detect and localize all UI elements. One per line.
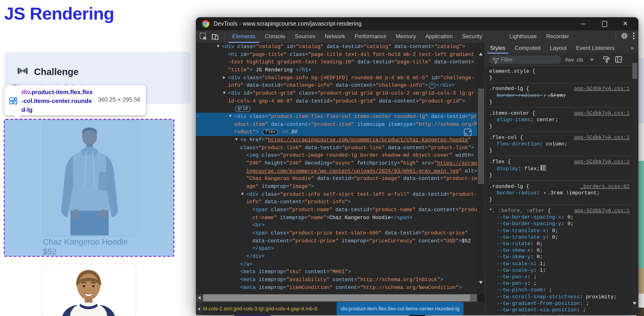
hidden-children-badge[interactable]: ⋯ xyxy=(429,83,435,88)
breadcrumb-scroll-left[interactable] xyxy=(196,302,202,315)
css-rule[interactable]: .items-center {app-5Cdbk7yA.css:1align-i… xyxy=(486,108,632,132)
flex-badge[interactable]: flex xyxy=(263,129,278,135)
sidebar-tab-layout[interactable]: Layout xyxy=(545,43,571,54)
css-property[interactable]: flex-direction: column; xyxy=(489,141,628,147)
code-line[interactable]: info" data-testid="challenge-info" data-… xyxy=(196,82,477,89)
css-rule[interactable]: .rounded-lg {_borders.scss:62border-radi… xyxy=(486,181,632,205)
code-line[interactable]: </span> xyxy=(196,245,477,253)
stylesheet-link[interactable]: app-5Cdbk7yA.css:1 xyxy=(574,207,630,214)
device-toolbar-icon[interactable] xyxy=(211,33,219,40)
scroll-down-arrow[interactable] xyxy=(479,284,483,292)
stylesheet-link[interactable]: app-5Cdbk7yA.css:1 xyxy=(574,110,630,116)
css-rule[interactable]: element.style {} xyxy=(486,66,632,83)
hover-state-toggle[interactable]: :hov xyxy=(564,54,574,66)
new-style-rule-button[interactable]: + xyxy=(590,54,594,66)
styles-scroll-down-arrow[interactable] xyxy=(633,305,636,313)
code-line[interactable]: ▼<div class="product-info self-start tex… xyxy=(196,190,477,198)
settings-gear-icon[interactable] xyxy=(621,32,628,41)
code-line[interactable]: </a> xyxy=(196,261,477,268)
css-rule[interactable]: .flex-col {app-5Cdbk7yA.css:1flex-direct… xyxy=(486,132,632,156)
code-line[interactable]: oduct-item" data-content="product-item" … xyxy=(196,120,477,128)
css-property[interactable]: --tw-scale-y: 1; xyxy=(489,267,628,274)
css-property[interactable]: --tw-gradient-to-position: ; xyxy=(489,313,628,315)
code-line[interactable]: grid xyxy=(196,105,477,113)
breadcrumb-selected[interactable]: div.product-item.flex.flex-col.items-cen… xyxy=(337,302,464,315)
css-property[interactable]: border-radius: .3rem !important; xyxy=(489,190,628,196)
scroll-up-arrow[interactable] xyxy=(479,45,483,53)
css-property[interactable]: --tw-scale-x: 1; xyxy=(489,260,628,267)
stylesheet-link[interactable]: _borders.scss:62 xyxy=(580,183,630,190)
collapse-arrow-icon[interactable]: ▼ xyxy=(217,43,222,50)
collapse-arrow-icon[interactable]: ▼ xyxy=(223,89,228,97)
css-property[interactable]: --tw-pinch-zoom: ; xyxy=(489,287,628,294)
devtools-tab-elements[interactable]: Elements xyxy=(228,30,260,43)
code-line[interactable]: "Chaz Kangeroo Hoodie" data-testid="prod… xyxy=(196,175,477,183)
stylesheet-link[interactable]: app-5Cdbk7yA.css:1 xyxy=(574,158,630,165)
devtools-tab-application[interactable]: Application xyxy=(421,30,457,43)
flex-editor-icon[interactable] xyxy=(541,165,546,171)
css-property[interactable]: --tw-rotate: 0; xyxy=(489,241,628,247)
inspect-element-icon[interactable] xyxy=(200,33,208,40)
code-line[interactable]: ▼<div class="catalog" id="catalog" data-… xyxy=(196,43,477,50)
devtools-tab-security[interactable]: Security xyxy=(458,30,487,43)
css-property[interactable]: --tw-skew-x: 0; xyxy=(489,247,628,254)
code-line[interactable]: <meta itemprop="availability" content="h… xyxy=(196,276,477,284)
code-line[interactable]: -text highlight gradient-text leading-10… xyxy=(196,58,477,66)
horizontal-scrollbar-thumb[interactable] xyxy=(203,295,470,301)
devtools-tab-lighthouse[interactable]: Lighthouse xyxy=(504,30,541,43)
code-line[interactable]: <br> xyxy=(196,222,477,229)
styles-scroll-up-arrow[interactable] xyxy=(633,55,636,64)
css-rule[interactable]: .rounded-lg {app-5Cdbk7yA.css:1border-ra… xyxy=(486,83,632,108)
sidebar-tab-computed[interactable]: Computed xyxy=(510,43,545,54)
product-card-chaz-kangeroo-hoodie[interactable]: Chaz Kangeroo Hoodie $52 xyxy=(4,119,174,256)
devtools-tab-memory[interactable]: Memory xyxy=(391,30,421,43)
code-line[interactable]: ▼⋯<div class="product-item flex flex-col… xyxy=(196,113,477,120)
code-line[interactable]: roduct"> flex == $0 xyxy=(196,128,477,136)
product-image-raglan-tee[interactable] xyxy=(42,264,136,316)
code-line[interactable]: ingcourse.com/ecommerce/wp-content/uploa… xyxy=(196,167,477,175)
collapse-arrow-icon[interactable]: ▼ xyxy=(241,190,246,198)
code-line[interactable]: <span class="product-name" data-testid="… xyxy=(196,206,477,214)
code-line[interactable]: <meta itemprop="sku" content="MH01"> xyxy=(196,268,477,276)
devtools-tab-console[interactable]: Console xyxy=(260,30,290,43)
scroll-left-arrow[interactable] xyxy=(196,294,203,302)
sidebar-more-tabs-icon[interactable]: » xyxy=(626,43,638,54)
code-line[interactable]: data-content="product-price" itemprop="p… xyxy=(196,237,477,245)
computed-panel-toggle-icon[interactable] xyxy=(615,56,622,65)
class-toggle[interactable]: .cls xyxy=(576,54,583,66)
code-line[interactable]: ▼<a href="https://scrapingcourse.com/eco… xyxy=(196,136,477,144)
code-line[interactable]: ▼<div id="product-grid" class="product-g… xyxy=(196,89,477,97)
rendering-emulation-icon[interactable] xyxy=(603,56,610,65)
css-property[interactable]: --tw-gradient-via-position: ; xyxy=(489,307,628,313)
code-line[interactable]: <meta itemprop="itemCondition" content="… xyxy=(196,284,477,292)
breadcrumb-parent[interactable]: id-cols-2.sm\:grid-cols-3.lg\:grid-cols-… xyxy=(203,302,317,315)
stylesheet-link[interactable]: app-5Cdbk7yA.css:1 xyxy=(574,134,630,141)
code-line[interactable]: ▶<div class="challenge-info bg-[#EDF1FD]… xyxy=(196,74,477,82)
code-line[interactable]: </div> xyxy=(196,253,477,260)
css-property[interactable]: display: flex; xyxy=(489,165,628,172)
maximize-button[interactable] xyxy=(595,17,614,30)
code-line[interactable]: age" itemprop="image"> xyxy=(196,183,477,190)
stylesheet-link[interactable]: app-5Cdbk7yA.css:1 xyxy=(574,85,630,92)
code-line[interactable]: id-cols-4 gap-4 mb-8" data-testid="produ… xyxy=(196,97,477,105)
css-property[interactable]: --tw-translate-x: 0; xyxy=(489,227,628,234)
code-line[interactable]: <h1 id="page-title" class="page-title te… xyxy=(196,50,477,58)
selected-node-menu-dots[interactable]: ⋯ xyxy=(197,113,200,120)
css-property[interactable]: align-items: center; xyxy=(489,116,628,123)
styles-filter-input[interactable]: Filter xyxy=(489,55,562,64)
devtools-tab-sources[interactable]: Sources xyxy=(290,30,320,43)
minimize-button[interactable] xyxy=(574,17,592,30)
code-line[interactable]: info" data-content="product-info"> xyxy=(196,198,477,206)
vertical-scrollbar-thumb[interactable] xyxy=(478,88,484,184)
code-line[interactable]: "title"> JS Rendering </h1> xyxy=(196,66,477,74)
horizontal-scrollbar[interactable] xyxy=(196,294,477,302)
css-property[interactable]: --tw-pan-y: ; xyxy=(489,280,628,287)
code-line[interactable]: <img class="product-image rounded-lg bor… xyxy=(196,152,477,159)
code-line[interactable]: "200" height="240" decoding="async" fetc… xyxy=(196,159,477,167)
code-line[interactable]: class="product-link" data-testid="produc… xyxy=(196,144,477,151)
devtools-tab-performance[interactable]: Performance xyxy=(350,30,391,43)
css-property[interactable]: --tw-skew-y: 0; xyxy=(489,254,628,260)
styles-vertical-scrollbar[interactable] xyxy=(632,54,638,315)
css-property[interactable]: --tw-border-spacing-x: 0; xyxy=(489,214,628,221)
styles-scrollbar-thumb[interactable] xyxy=(632,63,638,79)
